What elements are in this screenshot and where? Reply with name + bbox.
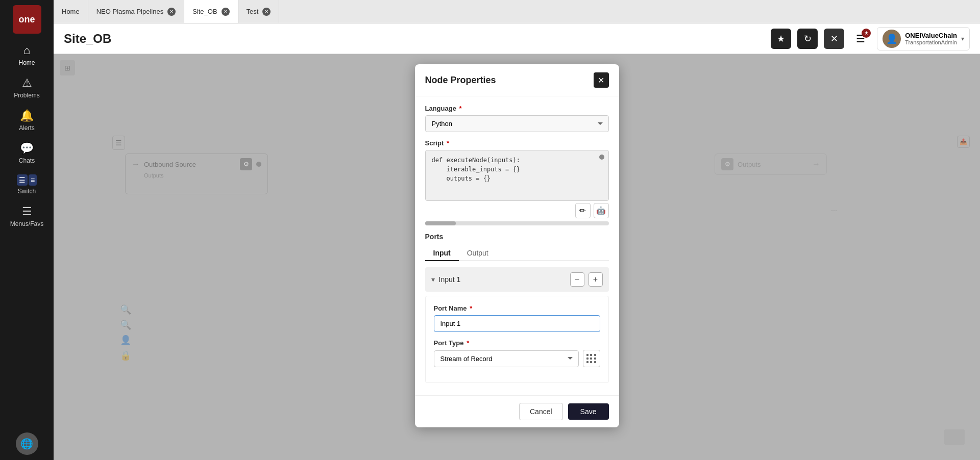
user-avatar-sidebar[interactable]: 🌐 (16, 432, 38, 455)
sidebar-item-alerts[interactable]: 🔔 Alerts (0, 104, 54, 137)
grid-dot (586, 357, 589, 360)
sidebar-item-label: Chats (19, 157, 35, 164)
user-info: ONEIValueChain TransportationAdmin (905, 32, 957, 45)
grid-dot (594, 357, 596, 360)
grid-dot (590, 354, 592, 356)
port-type-row: Stream of Record Record String Integer (434, 350, 600, 367)
save-button[interactable]: Save (568, 403, 609, 420)
notification-badge: ★ (862, 29, 871, 38)
language-select[interactable]: Python JavaScript R (425, 115, 609, 132)
sidebar-item-label: Switch (18, 188, 36, 195)
sidebar-item-label: Problems (14, 92, 40, 99)
port-detail-panel: Port Name * Port Type * (425, 296, 609, 383)
sidebar-item-problems[interactable]: ⚠ Problems (0, 71, 54, 104)
notification-button[interactable]: ☰ ★ (850, 29, 871, 49)
sidebar-bottom: 🌐 (16, 432, 38, 455)
tab-input[interactable]: Input (425, 246, 459, 261)
close-pipeline-button[interactable]: ✕ (824, 29, 844, 49)
app-logo[interactable]: one (13, 5, 41, 34)
grid-dot (586, 354, 589, 356)
sidebar-item-switch[interactable]: ☰ ≡ Switch (0, 169, 54, 200)
user-role: TransportationAdmin (905, 39, 957, 45)
script-edit-button[interactable]: ✏ (575, 203, 591, 218)
grid-dot (586, 361, 589, 363)
main-area: Home NEO Plasma Pipelines ✕ Site_OB ✕ Te… (54, 0, 980, 460)
port-type-group: Port Type * Stream of Record Record Stri… (434, 339, 600, 367)
header-right: ★ ↻ ✕ ☰ ★ 👤 ONEIValueChain Transportatio… (771, 27, 970, 50)
favorite-button[interactable]: ★ (771, 29, 791, 49)
language-label: Language * (425, 105, 609, 112)
ports-section: Ports Input Output ▾ Input (425, 233, 609, 383)
script-scrollthumb (425, 221, 456, 225)
script-required: * (447, 139, 449, 147)
sidebar-item-label: Home (18, 59, 35, 66)
user-dropdown[interactable]: 👤 ONEIValueChain TransportationAdmin ▾ (877, 27, 970, 50)
sidebar: one ⌂ Home ⚠ Problems 🔔 Alerts 💬 Chats ☰… (0, 0, 54, 460)
tab-test-close[interactable]: ✕ (262, 8, 271, 16)
script-content: def executeNode(inputs): iterable_inputs… (432, 156, 602, 183)
ports-tabs: Input Output (425, 246, 609, 261)
tab-home-label: Home (62, 8, 80, 15)
bell-icon: 🔔 (20, 109, 34, 122)
sidebar-item-home[interactable]: ⌂ Home (0, 39, 54, 71)
sidebar-item-menus[interactable]: ☰ Menus/Favs (0, 200, 54, 233)
user-avatar: 👤 (883, 30, 901, 48)
modal-close-button[interactable]: ✕ (594, 72, 609, 88)
modal-body: Language * Python JavaScript R Script (415, 96, 619, 395)
user-name: ONEIValueChain (905, 32, 957, 39)
tab-site-ob-close[interactable]: ✕ (222, 8, 230, 16)
pipeline-canvas: ⊞ ☰ → Outbound Source ⚙ Outputs ⚙ Output… (54, 54, 980, 460)
home-icon: ⌂ (23, 44, 30, 57)
tab-test[interactable]: Test ✕ (238, 0, 280, 23)
refresh-button[interactable]: ↻ (797, 29, 818, 49)
sidebar-item-label: Menus/Favs (10, 220, 43, 227)
warning-icon: ⚠ (22, 76, 32, 90)
sidebar-item-chats[interactable]: 💬 Chats (0, 137, 54, 169)
grid-dot (590, 357, 592, 360)
modal-header: Node Properties ✕ (415, 64, 619, 96)
port-name-input[interactable] (434, 315, 600, 332)
port-type-label: Port Type * (434, 339, 600, 347)
port-name-required: * (470, 304, 472, 312)
tab-site-ob[interactable]: Site_OB ✕ (184, 0, 238, 23)
script-scrollbar[interactable] (425, 221, 609, 225)
port-add-button[interactable]: + (589, 272, 603, 287)
port-row-label: Input 1 (439, 275, 566, 284)
script-label: Script * (425, 139, 609, 147)
language-group: Language * Python JavaScript R (425, 105, 609, 132)
script-group: Script * def executeNode(inputs): iterab… (425, 139, 609, 225)
grid-dot (590, 361, 592, 363)
port-type-required: * (467, 339, 469, 347)
page-header: Site_OB ★ ↻ ✕ ☰ ★ 👤 ONEIValueChain Trans… (54, 23, 980, 54)
modal-footer: Cancel Save (415, 395, 619, 427)
port-name-label: Port Name * (434, 304, 600, 312)
script-toolbar: ✏ 🤖 (425, 203, 609, 218)
tab-neo-label: NEO Plasma Pipelines (96, 8, 164, 15)
menu-icon: ☰ (22, 205, 32, 218)
tab-neo[interactable]: NEO Plasma Pipelines ✕ (88, 0, 185, 23)
port-type-select[interactable]: Stream of Record Record String Integer (434, 350, 579, 367)
dropdown-chevron-icon: ▾ (961, 35, 964, 42)
port-chevron-icon[interactable]: ▾ (431, 275, 435, 284)
page-title: Site_OB (64, 32, 111, 46)
switch-icon-right: ≡ (29, 174, 37, 186)
language-required: * (459, 105, 462, 112)
tab-output[interactable]: Output (459, 246, 497, 261)
cancel-button[interactable]: Cancel (519, 403, 563, 420)
tab-test-label: Test (247, 8, 259, 15)
port-row-input1[interactable]: ▾ Input 1 − + (425, 267, 609, 292)
modal-title: Node Properties (425, 75, 496, 86)
port-name-group: Port Name * (434, 304, 600, 332)
port-remove-button[interactable]: − (570, 272, 584, 287)
tab-neo-close[interactable]: ✕ (167, 8, 176, 16)
node-properties-modal: Node Properties ✕ Language * Python Java… (415, 64, 619, 427)
ports-title: Ports (425, 233, 609, 241)
tab-home[interactable]: Home (54, 0, 88, 23)
script-status-dot (599, 155, 604, 160)
port-grid-button[interactable] (583, 350, 600, 367)
script-code-button[interactable]: 🤖 (594, 203, 609, 218)
sidebar-item-label: Alerts (19, 124, 35, 132)
tab-bar: Home NEO Plasma Pipelines ✕ Site_OB ✕ Te… (54, 0, 980, 23)
grid-dot (594, 361, 596, 363)
script-editor[interactable]: def executeNode(inputs): iterable_inputs… (425, 150, 609, 201)
